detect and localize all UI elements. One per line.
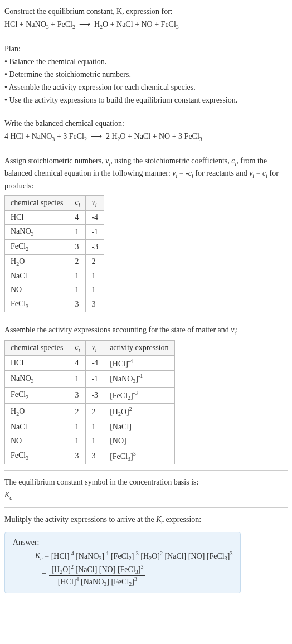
plan-item: • Balance the chemical equation. bbox=[4, 56, 288, 67]
cell-ci: 1 bbox=[69, 269, 86, 283]
balanced-equation: 4 HCl + NaNO3 + 3 FeCl2 ⟶ 2 H2O + NaCl +… bbox=[4, 130, 288, 143]
plan-section: Plan: • Balance the chemical equation. •… bbox=[4, 43, 288, 106]
cell-vi: 1 bbox=[86, 269, 104, 283]
plan-item: • Assemble the activity expression for e… bbox=[4, 81, 288, 93]
cell-vi: -1 bbox=[86, 224, 104, 239]
activity-table: chemical species ci νi activity expressi… bbox=[4, 340, 175, 464]
cell-vi: -4 bbox=[86, 355, 104, 371]
cell-species: NaNO3 bbox=[5, 371, 69, 387]
answer-line2: = [H2O]2 [NaCl] [NO] [FeCl3]3 [HCl]4 [Na… bbox=[13, 564, 232, 587]
cell-ci: 1 bbox=[69, 434, 86, 448]
table-row: FeCl333[FeCl3]3 bbox=[5, 448, 175, 464]
plan-item: • Determine the stoichiometric numbers. bbox=[4, 69, 288, 80]
header-section: Construct the equilibrium constant, K, e… bbox=[4, 6, 288, 31]
cell-species: H2O bbox=[5, 254, 69, 269]
plan-item-text: Assemble the activity expression for eac… bbox=[9, 83, 196, 91]
cell-vi: 1 bbox=[86, 434, 104, 448]
col-expr: activity expression bbox=[104, 340, 174, 355]
table-row: FeCl23-3 bbox=[5, 239, 104, 254]
multiply-intro-text: Mulitply the activity expressions to arr… bbox=[4, 514, 288, 526]
cell-vi: 2 bbox=[86, 254, 104, 269]
table-row: H2O22 bbox=[5, 254, 104, 269]
activity-intro-text: Assemble the activity expressions accoun… bbox=[4, 324, 288, 337]
plan-item-text: Balance the chemical equation. bbox=[9, 57, 106, 66]
divider bbox=[4, 112, 288, 112]
cell-vi: 3 bbox=[86, 297, 104, 312]
divider bbox=[4, 149, 288, 149]
cell-ci: 4 bbox=[69, 210, 86, 224]
divider bbox=[4, 318, 288, 318]
col-vi: νi bbox=[86, 196, 104, 211]
cell-species: FeCl2 bbox=[5, 239, 69, 254]
table-row: NO11 bbox=[5, 283, 104, 297]
divider bbox=[4, 507, 288, 508]
cell-species: FeCl2 bbox=[5, 387, 69, 403]
cell-vi: -4 bbox=[86, 210, 104, 224]
table-row: HCl4-4[HCl]-4 bbox=[5, 355, 175, 371]
plan-item-text: Determine the stoichiometric numbers. bbox=[9, 70, 131, 79]
answer-label: Answer: bbox=[13, 538, 232, 547]
cell-vi: 2 bbox=[86, 404, 104, 420]
cell-expr: [NaNO3]-1 bbox=[104, 371, 174, 387]
cell-expr: [FeCl3]3 bbox=[104, 448, 174, 464]
cell-ci: 2 bbox=[69, 404, 86, 420]
col-vi: νi bbox=[86, 340, 104, 355]
table-row: NaCl11[NaCl] bbox=[5, 420, 175, 434]
cell-species: NaNO3 bbox=[5, 224, 69, 239]
cell-species: H2O bbox=[5, 404, 69, 420]
col-ci: ci bbox=[69, 196, 86, 211]
col-species: chemical species bbox=[5, 196, 69, 211]
cell-species: FeCl3 bbox=[5, 297, 69, 312]
cell-vi: 1 bbox=[86, 420, 104, 434]
table-row: NO11[NO] bbox=[5, 434, 175, 448]
cell-vi: -1 bbox=[86, 371, 104, 387]
cell-ci: 1 bbox=[69, 420, 86, 434]
cell-vi: -3 bbox=[86, 239, 104, 254]
kc-symbol: Kc bbox=[4, 489, 288, 502]
cell-ci: 1 bbox=[69, 371, 86, 387]
table-row: FeCl333 bbox=[5, 297, 104, 312]
activity-intro-section: Assemble the activity expressions accoun… bbox=[4, 324, 288, 337]
cell-ci: 4 bbox=[69, 355, 86, 371]
cell-ci: 3 bbox=[69, 387, 86, 403]
title-text: Construct the equilibrium constant, K, e… bbox=[4, 7, 173, 16]
fraction-numerator: [H2O]2 [NaCl] [NO] [FeCl3]3 bbox=[49, 564, 145, 575]
cell-species: FeCl3 bbox=[5, 448, 69, 464]
cell-expr: [NaCl] bbox=[104, 420, 174, 434]
table-row: NaCl11 bbox=[5, 269, 104, 283]
kc-symbol-text: The equilibrium constant symbol in the c… bbox=[4, 476, 288, 488]
cell-ci: 3 bbox=[69, 239, 86, 254]
plan-item-text: Use the activity expressions to build th… bbox=[9, 96, 237, 104]
fraction: [H2O]2 [NaCl] [NO] [FeCl3]3 [HCl]4 [NaNO… bbox=[49, 564, 145, 587]
table-header-row: chemical species ci νi bbox=[5, 196, 104, 211]
col-ci: ci bbox=[69, 340, 86, 355]
balanced-section: Write the balanced chemical equation: 4 … bbox=[4, 118, 288, 143]
cell-species: NaCl bbox=[5, 269, 69, 283]
cell-expr: [NO] bbox=[104, 434, 174, 448]
cell-vi: 3 bbox=[86, 448, 104, 464]
cell-ci: 1 bbox=[69, 283, 86, 297]
col-species: chemical species bbox=[5, 340, 69, 355]
divider bbox=[4, 37, 288, 37]
table-row: HCl4-4 bbox=[5, 210, 104, 224]
fraction-denominator: [HCl]4 [NaNO3] [FeCl2]3 bbox=[49, 576, 145, 587]
cell-ci: 3 bbox=[69, 448, 86, 464]
table-row: H2O22[H2O]2 bbox=[5, 404, 175, 420]
cell-vi: 1 bbox=[86, 283, 104, 297]
cell-species: HCl bbox=[5, 355, 69, 371]
table-row: NaNO31-1[NaNO3]-1 bbox=[5, 371, 175, 387]
cell-ci: 2 bbox=[69, 254, 86, 269]
table-row: NaNO31-1 bbox=[5, 224, 104, 239]
table-row: FeCl23-3[FeCl2]-3 bbox=[5, 387, 175, 403]
cell-species: HCl bbox=[5, 210, 69, 224]
answer-line1: Kc = [HCl]-4 [NaNO3]-1 [FeCl2]-3 [H2O]2 … bbox=[13, 550, 232, 561]
cell-ci: 1 bbox=[69, 224, 86, 239]
construct-title: Construct the equilibrium constant, K, e… bbox=[4, 6, 288, 17]
stoich-intro-section: Assign stoichiometric numbers, νi, using… bbox=[4, 155, 288, 192]
cell-species: NaCl bbox=[5, 420, 69, 434]
cell-vi: -3 bbox=[86, 387, 104, 403]
cell-expr: [FeCl2]-3 bbox=[104, 387, 174, 403]
kc-symbol-section: The equilibrium constant symbol in the c… bbox=[4, 476, 288, 502]
table-header-row: chemical species ci νi activity expressi… bbox=[5, 340, 175, 355]
answer-box: Answer: Kc = [HCl]-4 [NaNO3]-1 [FeCl2]-3… bbox=[4, 532, 241, 593]
